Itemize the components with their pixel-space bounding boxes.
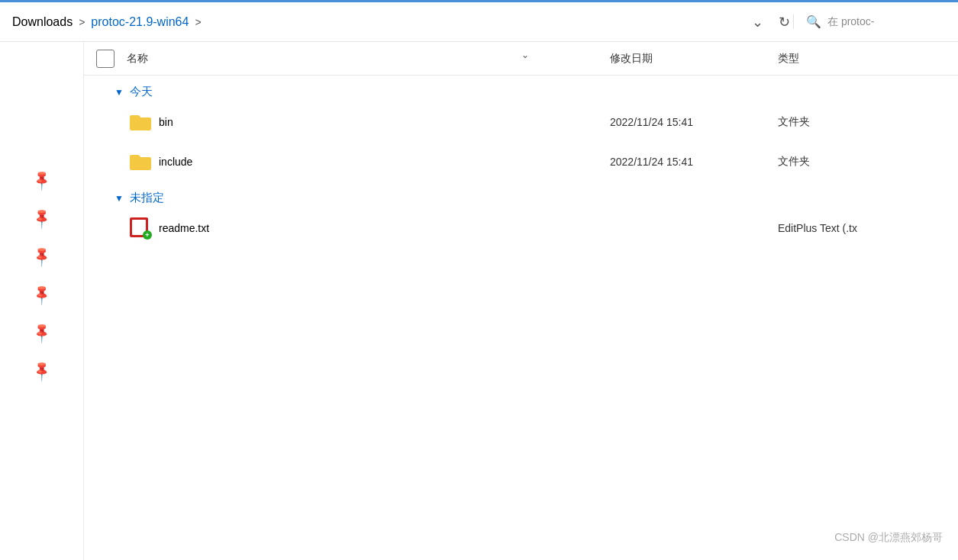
- search-area: 🔍 在 protoc-: [793, 14, 946, 29]
- select-all-checkbox[interactable]: [96, 50, 115, 68]
- group-label-unspecified: 未指定: [130, 191, 164, 205]
- col-type-header: 类型: [778, 52, 946, 66]
- file-name-readme: readme.txt: [159, 222, 610, 234]
- file-type-include: 文件夹: [778, 155, 946, 169]
- file-list: ▼ 今天 bin 2022/11/24 15:41 文件夹 include 20…: [84, 76, 958, 248]
- column-headers: 名称 ⌄ 修改日期 类型: [84, 42, 958, 76]
- group-chevron-today: ▼: [115, 87, 124, 98]
- group-header-today[interactable]: ▼ 今天: [84, 76, 958, 102]
- file-date-include: 2022/11/24 15:41: [610, 156, 778, 168]
- file-type-readme: EditPlus Text (.tx: [778, 222, 946, 234]
- table-row[interactable]: include 2022/11/24 15:41 文件夹: [84, 142, 958, 182]
- group-header-unspecified[interactable]: ▼ 未指定: [84, 182, 958, 208]
- sort-indicator: ⌄: [521, 50, 529, 60]
- content-area: 名称 ⌄ 修改日期 类型 ▼ 今天 bin 2022/11/24 15:41 文…: [84, 42, 958, 560]
- table-row[interactable]: bin 2022/11/24 15:41 文件夹: [84, 102, 958, 142]
- file-date-bin: 2022/11/24 15:41: [610, 116, 778, 128]
- file-name-bin: bin: [159, 116, 610, 128]
- pin-icon-3[interactable]: 📌: [30, 244, 53, 268]
- group-chevron-unspecified: ▼: [115, 193, 124, 204]
- pin-icon-1[interactable]: 📌: [30, 168, 53, 191]
- search-placeholder[interactable]: 在 protoc-: [827, 15, 874, 29]
- pin-icon-5[interactable]: 📌: [30, 320, 53, 344]
- dropdown-button[interactable]: ⌄: [749, 11, 766, 34]
- pin-icon-6[interactable]: 📌: [30, 359, 53, 382]
- sidebar: 📌 📌 📌 📌 📌 📌: [0, 42, 84, 560]
- breadcrumb-sep2: >: [195, 16, 201, 28]
- folder-icon-include: [130, 153, 151, 171]
- file-type-bin: 文件夹: [778, 115, 946, 129]
- group-label-today: 今天: [130, 85, 153, 99]
- col-name-header: 名称: [127, 52, 610, 66]
- breadcrumb-sep1: >: [79, 16, 85, 28]
- watermark: CSDN @北漂燕郊杨哥: [834, 531, 943, 545]
- refresh-button[interactable]: ↻: [776, 11, 793, 34]
- col-date-header: 修改日期: [610, 52, 778, 66]
- pin-icon-2[interactable]: 📌: [30, 206, 53, 230]
- pin-icon-4[interactable]: 📌: [30, 282, 53, 306]
- breadcrumb-root[interactable]: Downloads: [12, 15, 73, 29]
- table-row[interactable]: + readme.txt EditPlus Text (.tx: [84, 208, 958, 248]
- address-controls: ⌄ ↻: [749, 11, 793, 34]
- address-bar: Downloads > protoc-21.9-win64 > ⌄ ↻ 🔍 在 …: [0, 2, 958, 42]
- breadcrumb: Downloads > protoc-21.9-win64 >: [12, 15, 737, 29]
- folder-icon-bin: [130, 113, 151, 131]
- txt-icon-readme: +: [130, 219, 151, 237]
- search-icon: 🔍: [806, 14, 821, 29]
- file-name-include: include: [159, 156, 610, 168]
- main-layout: 📌 📌 📌 📌 📌 📌 名称 ⌄ 修改日期 类型 ▼ 今天: [0, 42, 958, 560]
- breadcrumb-folder[interactable]: protoc-21.9-win64: [91, 15, 189, 29]
